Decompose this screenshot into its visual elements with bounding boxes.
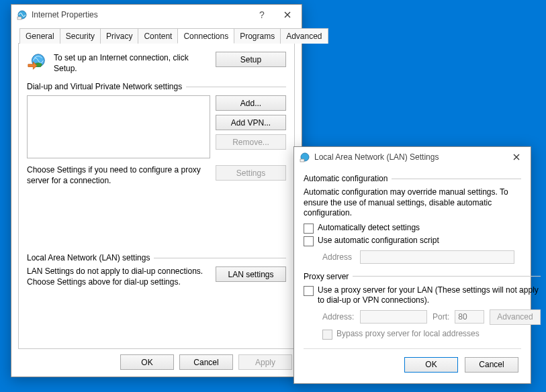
remove-button: Remove... [216,134,286,150]
setup-button[interactable]: Setup [216,52,286,67]
auto-script-label: Use automatic configuration script [318,236,439,246]
connections-tabpanel: To set up an Internet connection, click … [18,44,295,349]
lan-ok-button[interactable]: OK [404,357,458,373]
dialup-hint: Choose Settings if you need to configure… [27,165,210,186]
ok-button[interactable]: OK [120,354,174,370]
dialup-group: Dial-up and Virtual Private Network sett… [27,82,286,186]
lan-window-title: Local Area Network (LAN) Settings [314,152,504,162]
tab-advanced[interactable]: Advanced [280,28,328,44]
lan-settings-window: Local Area Network (LAN) Settings Automa… [293,146,531,384]
dialog-buttons: OK Cancel Apply [18,349,295,370]
tab-general[interactable]: General [19,28,60,44]
svg-rect-1 [17,17,21,19]
auto-script-checkbox[interactable]: Use automatic configuration script [304,236,521,246]
tab-programs[interactable]: Programs [234,28,281,44]
internet-options-icon [300,152,310,162]
checkbox-icon [304,224,314,234]
checkbox-icon [322,330,332,340]
proxy-address-input [360,310,427,324]
bypass-local-label: Bypass proxy server for local addresses [336,329,480,339]
auto-config-label: Automatic configuration [304,174,388,183]
connections-listbox[interactable] [27,95,210,158]
tab-connections[interactable]: Connections [177,28,234,44]
lan-settings-button[interactable]: LAN settings [216,266,286,282]
internet-properties-window: Internet Properties ? General Security P… [11,4,302,377]
setup-text: To set up an Internet connection, click … [54,52,209,74]
use-proxy-checkbox[interactable]: Use a proxy server for your LAN (These s… [304,285,541,305]
tab-security[interactable]: Security [60,28,101,44]
auto-address-input [360,250,514,264]
titlebar[interactable]: Internet Properties ? [11,5,302,25]
use-proxy-label: Use a proxy server for your LAN (These s… [318,285,541,305]
lan-group-label: Local Area Network (LAN) settings [27,253,150,262]
window-title: Internet Properties [32,10,249,19]
close-button[interactable] [275,5,300,24]
checkbox-icon [304,286,314,296]
lan-cancel-button[interactable]: Cancel [465,357,518,373]
apply-button: Apply [238,354,292,370]
help-button[interactable]: ? [249,5,275,24]
proxy-port-label: Port: [433,312,449,322]
globe-arrow-icon [27,52,47,74]
lan-group: Local Area Network (LAN) settings LAN Se… [27,253,286,287]
add-vpn-button[interactable]: Add VPN... [216,115,286,130]
internet-options-icon [17,9,28,20]
svg-rect-4 [300,159,304,162]
tab-privacy[interactable]: Privacy [100,28,138,44]
tab-content[interactable]: Content [138,28,178,44]
auto-detect-label: Automatically detect settings [318,223,420,233]
lan-titlebar[interactable]: Local Area Network (LAN) Settings [294,147,531,167]
lan-close-button[interactable] [504,148,529,166]
checkbox-icon [304,236,314,246]
dialup-group-label: Dial-up and Virtual Private Network sett… [27,82,182,91]
lan-hint: LAN Settings do not apply to dial-up con… [27,266,210,287]
bypass-local-checkbox: Bypass proxy server for local addresses [322,329,541,340]
proxy-advanced-button: Advanced [490,309,540,325]
auto-address-label: Address [322,252,355,262]
add-button[interactable]: Add... [216,95,286,111]
auto-config-group: Automatic configuration Automatic config… [304,174,521,265]
cancel-button[interactable]: Cancel [179,354,233,370]
dial-settings-button: Settings [216,165,286,181]
proxy-address-label: Address: [322,312,355,322]
tabstrip: General Security Privacy Content Connect… [18,28,295,44]
proxy-port-input [455,310,484,324]
proxy-group: Proxy server Use a proxy server for your… [304,272,541,342]
auto-detect-checkbox[interactable]: Automatically detect settings [304,223,521,234]
proxy-group-label: Proxy server [304,272,349,281]
lan-dialog-buttons: OK Cancel [304,353,521,377]
auto-config-desc: Automatic configuration may override man… [304,187,521,219]
